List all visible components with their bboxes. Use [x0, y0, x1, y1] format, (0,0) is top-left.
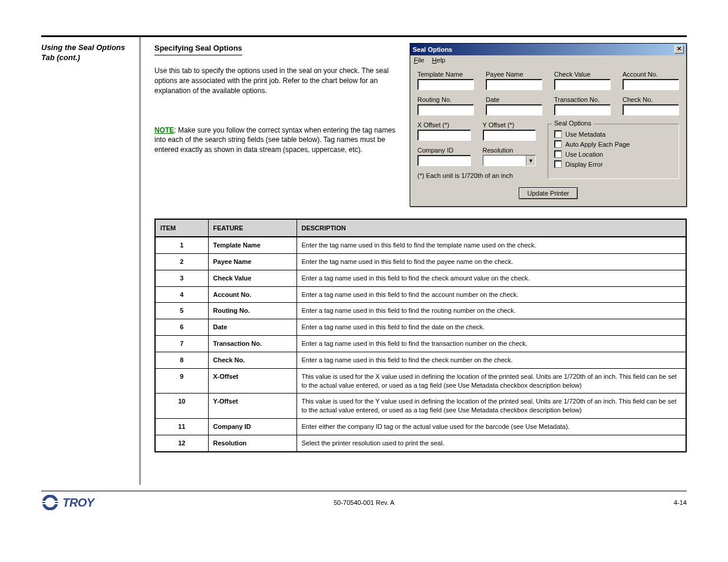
label-template-name: Template Name	[417, 71, 474, 78]
close-icon[interactable]: ✕	[674, 45, 684, 54]
seal-options-dialog: Seal Options ✕ File Help Template Name P…	[410, 43, 687, 207]
date-input[interactable]	[486, 104, 542, 115]
label-resolution: Resolution	[483, 147, 536, 154]
table-row: 3Check ValueEnter a tag name used in thi…	[155, 270, 686, 286]
table-row: 8Check No.Enter a tag name used in this …	[155, 352, 686, 368]
update-printer-button[interactable]: Update Printer	[519, 187, 578, 199]
table-row: 6DateEnter a tag name used in this field…	[155, 319, 686, 336]
routing-no-input[interactable]	[417, 104, 474, 115]
cell-feature: Transaction No.	[208, 336, 297, 352]
table-row: 7Transaction No.Enter a tag name used in…	[155, 336, 686, 352]
col-description: DESCRIPTION	[297, 219, 686, 237]
label-account-no: Account No.	[622, 71, 679, 78]
chevron-down-icon[interactable]: ▼	[526, 156, 535, 166]
cell-item: 5	[155, 303, 208, 319]
cell-feature: Routing No.	[208, 303, 297, 319]
resolution-select[interactable]: ▼	[483, 155, 536, 166]
footer-page: 4-14	[674, 499, 687, 506]
logo-text: TROY	[62, 496, 94, 510]
auto-apply-checkbox[interactable]	[554, 140, 562, 148]
label-payee-name: Payee Name	[486, 71, 542, 78]
cell-feature: Y-Offset	[208, 394, 297, 419]
cell-description: Enter a tag name used in this field to f…	[297, 319, 686, 336]
label-transaction-no: Transaction No.	[554, 96, 611, 103]
svg-rect-1	[41, 503, 59, 504]
use-metadata-checkbox[interactable]	[554, 130, 562, 138]
cell-item: 7	[155, 336, 208, 352]
table-row: 5Routing No.Enter a tag name used in thi…	[155, 303, 686, 319]
cell-feature: Account No.	[208, 286, 297, 303]
sidebar-heading: Using the Seal Options Tab (cont.)	[41, 43, 140, 63]
seal-options-group: Seal Options Use Metadata Auto Apply Eac…	[548, 124, 679, 179]
seal-options-table: ITEM FEATURE DESCRIPTION 1Template NameE…	[154, 219, 687, 452]
cell-item: 6	[155, 319, 208, 336]
dialog-title: Seal Options	[413, 46, 452, 53]
cell-description: Enter a tag name used in this field to f…	[297, 270, 686, 286]
label-y-offset: Y Offset (*)	[483, 121, 536, 128]
table-row: 9X-OffsetThis value is used for the X va…	[155, 368, 686, 394]
label-date: Date	[486, 96, 542, 103]
svg-rect-0	[41, 501, 59, 502]
col-feature: FEATURE	[208, 219, 297, 237]
dialog-titlebar: Seal Options ✕	[410, 44, 686, 55]
check-no-input[interactable]	[622, 104, 679, 115]
cell-description: Enter a tag name used in this field to f…	[297, 352, 686, 368]
account-no-input[interactable]	[622, 79, 679, 90]
label-routing-no: Routing No.	[417, 96, 474, 103]
check-value-input[interactable]	[554, 79, 611, 90]
template-name-input[interactable]	[417, 79, 474, 90]
cell-item: 1	[155, 237, 208, 253]
note-text: : Make sure you follow the correct synta…	[154, 126, 396, 154]
group-legend: Seal Options	[552, 120, 594, 127]
troy-logo: TROY	[41, 495, 94, 510]
table-row: 11Company IDEnter either the company ID …	[155, 419, 686, 435]
label-company-id: Company ID	[417, 147, 471, 154]
label-check-value: Check Value	[554, 71, 611, 78]
cell-item: 3	[155, 270, 208, 286]
cell-feature: Check No.	[208, 352, 297, 368]
cell-description: This value is used for the Y value used …	[297, 394, 686, 419]
y-offset-input[interactable]	[483, 130, 536, 141]
cell-item: 2	[155, 253, 208, 270]
menu-help[interactable]: Help	[432, 57, 446, 64]
x-offset-input[interactable]	[417, 130, 471, 141]
section-body-1: Use this tab to specify the options used…	[154, 66, 398, 95]
use-metadata-label: Use Metadata	[565, 131, 605, 138]
cell-description: This value is used for the X value used …	[297, 368, 686, 394]
label-x-offset: X Offset (*)	[417, 121, 471, 128]
cell-description: Enter a tag name used in this field to f…	[297, 286, 686, 303]
cell-description: Enter either the company ID tag or the a…	[297, 419, 686, 435]
cell-description: Select the printer resolution used to pr…	[297, 435, 686, 451]
cell-item: 4	[155, 286, 208, 303]
cell-description: Enter the tag name used in this field to…	[297, 253, 686, 270]
footer-rev: 50-70540-001 Rev. A	[334, 499, 394, 506]
cell-feature: X-Offset	[208, 368, 297, 394]
use-location-label: Use Location	[565, 151, 603, 158]
auto-apply-label: Auto Apply Each Page	[565, 141, 630, 148]
note-label: NOTE	[154, 126, 174, 134]
logo-icon	[41, 495, 59, 510]
cell-item: 8	[155, 352, 208, 368]
section-heading: Specifying Seal Options	[154, 43, 242, 55]
payee-name-input[interactable]	[486, 79, 542, 90]
table-row: 1Template NameEnter the tag name used in…	[155, 237, 686, 253]
resolution-value[interactable]	[483, 156, 526, 166]
cell-item: 10	[155, 394, 208, 419]
transaction-no-input[interactable]	[554, 104, 611, 115]
table-row: 12ResolutionSelect the printer resolutio…	[155, 435, 686, 451]
cell-feature: Template Name	[208, 237, 297, 253]
table-row: 2Payee NameEnter the tag name used in th…	[155, 253, 686, 270]
display-error-checkbox[interactable]	[554, 160, 562, 168]
use-location-checkbox[interactable]	[554, 150, 562, 158]
cell-item: 11	[155, 419, 208, 435]
offset-hint: (*) Each unit is 1/720th of an inch	[417, 172, 536, 179]
section-body-2: NOTE: Make sure you follow the correct s…	[154, 125, 398, 155]
cell-feature: Check Value	[208, 270, 297, 286]
cell-description: Enter a tag name used in this field to f…	[297, 336, 686, 352]
cell-feature: Payee Name	[208, 253, 297, 270]
company-id-input[interactable]	[417, 155, 471, 166]
table-row: 10Y-OffsetThis value is used for the Y v…	[155, 394, 686, 419]
cell-item: 9	[155, 368, 208, 394]
cell-feature: Resolution	[208, 435, 297, 451]
menu-file[interactable]: File	[414, 57, 424, 64]
